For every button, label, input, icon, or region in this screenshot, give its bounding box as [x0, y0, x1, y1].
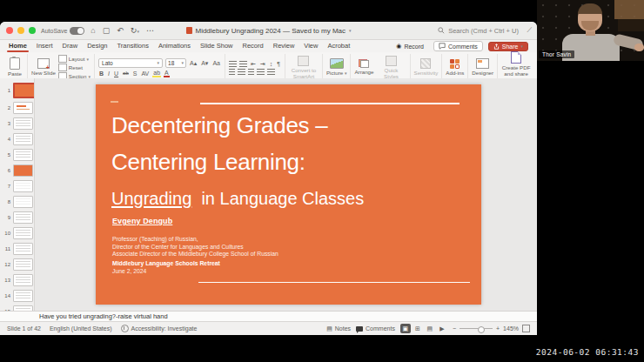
acrobat-group: Create PDF and share link	[497, 54, 534, 81]
slide-thumbnail-6[interactable]: 6	[0, 164, 34, 177]
reading-view-button[interactable]: ▤	[425, 324, 435, 333]
fit-slide-button[interactable]	[522, 325, 530, 332]
zoom-out-button[interactable]: −	[453, 325, 456, 332]
minimize-button[interactable]	[17, 27, 24, 34]
participant-video-tile[interactable]: Thor Savin	[537, 0, 644, 61]
highlight-color-icon[interactable]: ab	[152, 70, 161, 77]
presence-icon[interactable]: ⟋	[527, 26, 532, 35]
slide-sorter-view-button[interactable]: ⊞	[413, 324, 423, 333]
underline-icon[interactable]: U	[113, 70, 119, 77]
tab-view[interactable]: View	[304, 42, 318, 52]
record-button[interactable]: ◉ Record	[392, 42, 428, 50]
font-size-select[interactable]: 18▾	[165, 58, 186, 68]
shrink-font-icon[interactable]: A▾	[200, 60, 209, 66]
slide-thumbnail-4[interactable]: 4	[0, 133, 34, 145]
reset-button[interactable]: Reset	[58, 64, 91, 71]
accessibility-button[interactable]: Accessibility: Investigate	[121, 325, 198, 332]
document-title[interactable]: Middlebury Ungrading 2024 — Saved to my …	[185, 27, 351, 35]
justify-icon[interactable]	[257, 69, 265, 75]
text-shadow-icon[interactable]: S	[132, 70, 138, 77]
tab-acrobat[interactable]: Acrobat	[327, 42, 350, 52]
fullscreen-button[interactable]	[29, 27, 36, 34]
slide-thumbnail-9[interactable]: 9	[0, 211, 34, 224]
numbering-icon[interactable]	[239, 61, 247, 67]
more-commands-icon[interactable]: ⋯	[145, 27, 155, 35]
tab-draw[interactable]: Draw	[63, 42, 78, 52]
zoom-slider[interactable]	[460, 328, 493, 329]
speaker-notes-bar[interactable]: Have you tried ungrading?-raise virtual …	[0, 311, 537, 321]
zoom-percentage[interactable]: 145%	[503, 325, 519, 332]
slide-event-name[interactable]: Middlebury Language Schools Retreat	[112, 260, 220, 266]
slide-thumbnail-5[interactable]: 5	[0, 149, 34, 161]
bullets-icon[interactable]	[229, 61, 237, 67]
bold-icon[interactable]: B	[98, 70, 104, 77]
align-right-icon[interactable]	[248, 69, 254, 75]
tab-review[interactable]: Review	[273, 42, 295, 52]
tab-insert[interactable]: Insert	[37, 42, 53, 52]
slide-thumbnail-3[interactable]: 3	[0, 117, 34, 130]
slide-thumbnail-12[interactable]: 12	[0, 258, 34, 271]
autosave-toggle[interactable]	[70, 27, 84, 35]
home-icon[interactable]: ⌂	[90, 27, 96, 35]
align-left-icon[interactable]	[229, 69, 235, 75]
tab-home[interactable]: Home	[9, 42, 27, 52]
save-icon[interactable]: ▢	[102, 27, 111, 35]
sensitivity-button[interactable]: Sensitivity	[414, 58, 439, 76]
normal-view-button[interactable]: ▣	[400, 324, 411, 333]
share-button[interactable]: Share ▾	[488, 42, 528, 51]
tab-transitions[interactable]: Transitions	[117, 42, 148, 52]
tab-record[interactable]: Record	[243, 42, 264, 52]
slide-thumbnail-2[interactable]: 2	[0, 102, 34, 114]
slide-event-date[interactable]: June 2, 2024	[112, 268, 146, 274]
paste-button[interactable]: Paste	[6, 57, 23, 77]
indent-more-icon[interactable]: ⇥	[259, 61, 266, 67]
slide-author-roles[interactable]: Professor (Teaching) of Russian, Directo…	[112, 236, 278, 258]
columns-icon[interactable]	[267, 69, 275, 75]
slide-thumbnail-1[interactable]: 1	[0, 83, 34, 98]
new-slide-button[interactable]: New Slide	[31, 58, 56, 76]
italic-icon[interactable]: I	[107, 70, 111, 77]
grow-font-icon[interactable]: A▴	[189, 60, 198, 66]
notes-toggle-button[interactable]: ▤ Notes	[326, 325, 351, 332]
redo-icon[interactable]: ↻▾	[130, 27, 140, 35]
undo-icon[interactable]: ↶	[116, 27, 124, 35]
zoom-in-button[interactable]: +	[496, 325, 500, 332]
slide-subtitle-textbox[interactable]: Ungrading in Language Classes	[111, 189, 364, 209]
align-center-icon[interactable]	[238, 69, 245, 75]
font-name-select[interactable]: Lato▾	[98, 58, 163, 68]
designer-button[interactable]: Designer	[472, 58, 493, 76]
slideshow-button[interactable]: ▶	[437, 324, 447, 333]
zoom-slider-knob[interactable]	[478, 326, 485, 333]
comments-toggle-button[interactable]: Comments	[356, 325, 395, 332]
language-button[interactable]: English (United States)	[50, 325, 112, 332]
strikethrough-icon[interactable]: ab	[122, 70, 130, 76]
slide-thumbnail-8[interactable]: 8	[0, 196, 34, 208]
font-color-icon[interactable]: A	[164, 70, 170, 77]
layout-button[interactable]: Layout▾	[58, 55, 91, 63]
comments-button[interactable]: Comments	[433, 41, 483, 51]
quick-styles-button[interactable]: Quick Styles	[377, 56, 406, 79]
tab-design[interactable]: Design	[87, 42, 107, 52]
slide-thumbnail-14[interactable]: 14	[0, 290, 34, 302]
picture-button[interactable]: Picture ▾	[326, 58, 347, 77]
change-case-icon[interactable]: Aa	[211, 60, 221, 66]
search-input[interactable]: Search (Cmd + Ctrl + U)	[438, 27, 531, 35]
indent-less-icon[interactable]: ⇤	[250, 61, 257, 67]
slide-author-link[interactable]: Evgeny Dengub	[112, 217, 172, 225]
slide-thumbnail-7[interactable]: 7	[0, 180, 34, 192]
autosave-control[interactable]: AutoSave	[41, 27, 84, 35]
slide-thumbnail-13[interactable]: 13	[0, 274, 34, 286]
arrange-button[interactable]: Arrange	[354, 59, 373, 75]
tab-slide-show[interactable]: Slide Show	[200, 42, 233, 52]
line-spacing-icon[interactable]: ↕	[269, 61, 274, 67]
slide-1[interactable]: Decentering Grades – Centering Learning:…	[96, 84, 481, 305]
convert-smartart-button[interactable]: Convert to SmartArt	[289, 56, 319, 79]
slide-thumbnail-11[interactable]: 11	[0, 243, 34, 255]
tab-animations[interactable]: Animations	[158, 42, 191, 52]
slide-title-textbox[interactable]: Decentering Grades – Centering Learning:	[111, 107, 327, 180]
slide-thumbnail-10[interactable]: 10	[0, 227, 34, 239]
close-button[interactable]	[6, 27, 13, 34]
paragraph-mark-icon[interactable]: ¶	[276, 61, 281, 67]
character-spacing-icon[interactable]: AV	[140, 70, 150, 77]
addins-button[interactable]: Add-ins	[446, 59, 464, 76]
